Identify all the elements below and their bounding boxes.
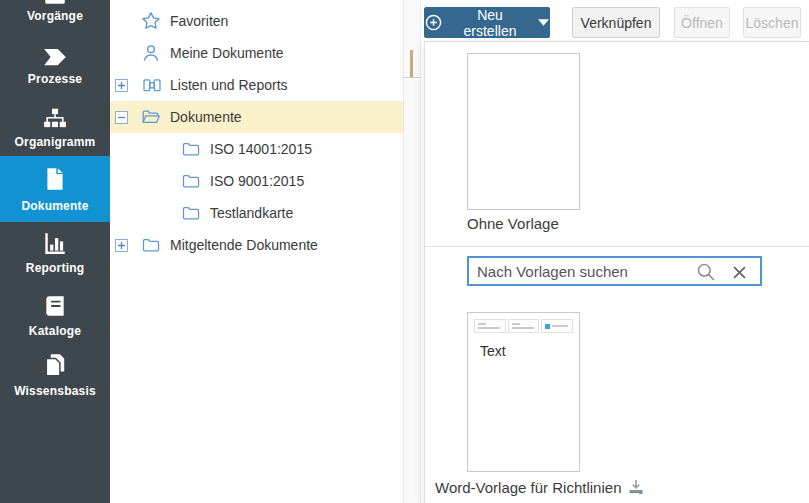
- expander-spacer: [115, 47, 133, 60]
- sidebar-item-prozesse[interactable]: Prozesse: [0, 40, 110, 100]
- tree-item-testlandkarte[interactable]: Testlandkarte: [110, 197, 403, 229]
- document-icon: [42, 166, 68, 192]
- document-tree-panel: FavoritenMeine DokumenteListen und Repor…: [110, 0, 403, 503]
- tree-item-label: Listen und Reports: [170, 77, 288, 93]
- process-arrow-icon: [42, 44, 68, 70]
- folder-icon: [141, 235, 161, 255]
- neu-erstellen-button[interactable]: Neu erstellen: [424, 7, 550, 38]
- tree-item-label: Dokumente: [170, 109, 242, 125]
- template-card-blank[interactable]: [467, 53, 580, 210]
- tree-item-label: ISO 9001:2015: [210, 173, 304, 189]
- tree-item-label: Mitgeltende Dokumente: [170, 237, 318, 253]
- folder-icon: [181, 203, 201, 223]
- section-divider: [425, 246, 809, 247]
- tree-scrollbar[interactable]: [403, 0, 420, 503]
- tree-item-label: Meine Dokumente: [170, 45, 284, 61]
- sidebar-item-organigramm[interactable]: Organigramm: [0, 102, 110, 162]
- tree-item-dokumente[interactable]: Dokumente: [110, 101, 408, 133]
- expander-plus-icon[interactable]: [115, 79, 133, 92]
- tree-item-favoriten[interactable]: Favoriten: [110, 5, 403, 37]
- verknuepfen-button[interactable]: Verknüpfen: [572, 7, 660, 38]
- expander-minus-icon[interactable]: [115, 111, 133, 124]
- word-preview-header: [474, 319, 573, 333]
- blank-template-label: Ohne Vorlage: [467, 215, 559, 232]
- app-window: VorgängeProzesseOrganigrammDokumenteRepo…: [0, 0, 809, 503]
- org-chart-icon: [42, 106, 68, 132]
- binoculars-icon: [141, 75, 161, 95]
- book-icon: [42, 293, 68, 319]
- sidebar-item-label: Dokumente: [0, 199, 110, 213]
- loeschen-button[interactable]: Löschen: [743, 7, 801, 38]
- tree-item-mitgeltende-dokumente[interactable]: Mitgeltende Dokumente: [110, 229, 403, 261]
- content-panel: Neu erstellenVerknüpfenÖffnenLöschen Ohn…: [420, 0, 809, 503]
- tree-item-label: Testlandkarte: [210, 205, 293, 221]
- sidebar-item-vorgaenge[interactable]: Vorgänge: [0, 0, 110, 36]
- briefcase-icon: [42, 0, 68, 6]
- button-label: Öffnen: [681, 15, 723, 31]
- scrollbar-notch: [404, 77, 421, 78]
- expander-spacer: [155, 175, 173, 188]
- tree-item-meine-dokumente[interactable]: Meine Dokumente: [110, 37, 403, 69]
- sidebar-item-label: Wissensbasis: [0, 384, 110, 398]
- button-label: Neu erstellen: [450, 7, 530, 39]
- new-template-dropdown: Ohne Vorlage Text Wo: [424, 41, 809, 503]
- main-nav-sidebar: VorgängeProzesseOrganigrammDokumenteRepo…: [0, 0, 110, 503]
- expander-spacer: [115, 15, 133, 28]
- tree-item-label: ISO 14001:2015: [210, 141, 312, 157]
- expander-spacer: [155, 207, 173, 220]
- expander-plus-icon[interactable]: [115, 239, 133, 252]
- sidebar-item-wissensbasis[interactable]: Wissensbasis: [0, 348, 110, 408]
- star-icon: [141, 11, 161, 31]
- sidebar-item-label: Prozesse: [0, 72, 110, 86]
- circle-plus-icon: [425, 14, 442, 31]
- caret-down-icon: [538, 19, 549, 26]
- template-card-word[interactable]: Text: [467, 312, 580, 472]
- tree-item-listen-und-reports[interactable]: Listen und Reports: [110, 69, 403, 101]
- word-preview-text: Text: [480, 343, 506, 359]
- search-icon[interactable]: [696, 262, 716, 286]
- sidebar-item-label: Organigramm: [0, 135, 110, 149]
- sidebar-item-dokumente[interactable]: Dokumente: [0, 162, 110, 222]
- bar-chart-icon: [42, 230, 68, 256]
- button-label: Löschen: [746, 15, 799, 31]
- sidebar-item-label: Vorgänge: [0, 9, 110, 23]
- sidebar-item-kataloge[interactable]: Kataloge: [0, 289, 110, 349]
- expander-spacer: [155, 143, 173, 156]
- clear-search-icon[interactable]: [733, 265, 746, 283]
- folder-icon: [181, 171, 201, 191]
- scrollbar-thumb[interactable]: [410, 50, 413, 77]
- sidebar-item-label: Kataloge: [0, 324, 110, 338]
- tree-item-label: Favoriten: [170, 13, 228, 29]
- user-icon: [141, 43, 161, 63]
- folder-icon: [181, 139, 201, 159]
- tree-item-iso-9001-2015[interactable]: ISO 9001:2015: [110, 165, 403, 197]
- oeffnen-button[interactable]: Öffnen: [674, 7, 730, 38]
- folder-open-icon: [141, 107, 161, 127]
- download-icon[interactable]: [628, 480, 644, 495]
- tree-item-iso-14001-2015[interactable]: ISO 14001:2015: [110, 133, 403, 165]
- button-label: Verknüpfen: [581, 15, 652, 31]
- sidebar-item-label: Reporting: [0, 261, 110, 275]
- template-search-input[interactable]: [469, 258, 699, 284]
- pages-icon: [42, 352, 68, 378]
- word-template-label: Word-Vorlage für Richtlinien: [435, 479, 621, 496]
- sidebar-item-reporting[interactable]: Reporting: [0, 226, 110, 286]
- template-search-box: [467, 256, 762, 286]
